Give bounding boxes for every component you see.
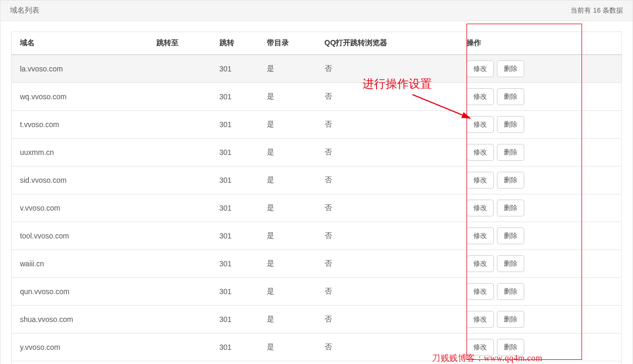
cell-action: 修改删除 bbox=[458, 306, 622, 334]
table-row: qun.vvoso.com301是否修改删除 bbox=[12, 278, 622, 306]
cell-with-dir: 是 bbox=[258, 306, 316, 334]
delete-button[interactable]: 删除 bbox=[497, 60, 524, 77]
record-count: 当前有 16 条数据 bbox=[570, 6, 623, 15]
table-row: v.vvoso.com301是否修改删除 bbox=[12, 194, 622, 222]
cell-qq-browser: 否 bbox=[316, 139, 458, 167]
edit-button[interactable]: 修改 bbox=[466, 172, 494, 189]
cell-redirect: 301 bbox=[211, 361, 258, 365]
cell-domain: waiii.cn bbox=[12, 250, 148, 278]
delete-button[interactable]: 删除 bbox=[497, 227, 524, 244]
edit-button[interactable]: 修改 bbox=[466, 116, 494, 133]
cell-redirect: 301 bbox=[211, 111, 258, 139]
cell-action: 修改删除 bbox=[458, 55, 622, 83]
cell-with-dir: 是 bbox=[258, 222, 316, 250]
col-header-action: 操作 bbox=[458, 32, 622, 55]
cell-action: 修改删除 bbox=[458, 139, 622, 167]
table-row: la.vvoso.com301是否修改删除 bbox=[12, 55, 622, 83]
table-row: btu.vvoso.com301是否修改删除 bbox=[12, 361, 622, 365]
cell-qq-browser: 否 bbox=[316, 167, 458, 194]
cell-domain: sid.vvoso.com bbox=[12, 167, 148, 194]
edit-button[interactable]: 修改 bbox=[466, 200, 494, 216]
edit-button[interactable]: 修改 bbox=[466, 144, 494, 161]
table-row: waiii.cn301是否修改删除 bbox=[12, 250, 622, 278]
cell-domain: qun.vvoso.com bbox=[12, 278, 148, 306]
cell-redirect: 301 bbox=[211, 167, 258, 194]
cell-qq-browser: 否 bbox=[316, 306, 458, 334]
cell-redirect: 301 bbox=[211, 306, 258, 334]
cell-redirect: 301 bbox=[211, 278, 258, 306]
table-row: uuxmm.cn301是否修改删除 bbox=[12, 139, 622, 167]
table-row: y.vvoso.com301是否修改删除 bbox=[12, 334, 622, 361]
edit-button[interactable]: 修改 bbox=[466, 339, 494, 356]
cell-qq-browser: 否 bbox=[316, 111, 458, 139]
edit-button[interactable]: 修改 bbox=[466, 60, 494, 77]
cell-redirect: 301 bbox=[211, 83, 258, 111]
cell-qq-browser: 否 bbox=[316, 222, 458, 250]
cell-domain: uuxmm.cn bbox=[12, 139, 148, 167]
cell-action: 修改删除 bbox=[458, 83, 622, 111]
cell-domain: y.vvoso.com bbox=[12, 334, 148, 361]
cell-redirect-to bbox=[148, 250, 211, 278]
delete-button[interactable]: 删除 bbox=[497, 255, 524, 272]
delete-button[interactable]: 删除 bbox=[497, 116, 524, 133]
cell-action: 修改删除 bbox=[458, 194, 622, 222]
cell-with-dir: 是 bbox=[258, 55, 316, 83]
cell-redirect: 301 bbox=[211, 194, 258, 222]
col-header-with-dir: 带目录 bbox=[258, 32, 316, 55]
edit-button[interactable]: 修改 bbox=[466, 311, 494, 328]
table-row: wq.vvoso.com301是否修改删除 bbox=[12, 83, 622, 111]
cell-with-dir: 是 bbox=[258, 250, 316, 278]
delete-button[interactable]: 删除 bbox=[497, 144, 524, 161]
cell-with-dir: 是 bbox=[258, 361, 316, 365]
cell-qq-browser: 否 bbox=[316, 361, 458, 365]
cell-action: 修改删除 bbox=[458, 334, 622, 361]
cell-with-dir: 是 bbox=[258, 167, 316, 194]
delete-button[interactable]: 删除 bbox=[497, 339, 524, 356]
table-row: shua.vvoso.com301是否修改删除 bbox=[12, 306, 622, 334]
cell-redirect-to bbox=[148, 361, 211, 365]
cell-qq-browser: 否 bbox=[316, 194, 458, 222]
cell-qq-browser: 否 bbox=[316, 278, 458, 306]
edit-button[interactable]: 修改 bbox=[466, 88, 494, 105]
cell-with-dir: 是 bbox=[258, 83, 316, 111]
cell-domain: v.vvoso.com bbox=[12, 194, 148, 222]
table-row: t.vvoso.com301是否修改删除 bbox=[12, 111, 622, 139]
cell-with-dir: 是 bbox=[258, 194, 316, 222]
cell-redirect: 301 bbox=[211, 222, 258, 250]
col-header-redirect-to: 跳转至 bbox=[148, 32, 211, 55]
col-header-redirect: 跳转 bbox=[211, 32, 258, 55]
cell-action: 修改删除 bbox=[458, 222, 622, 250]
col-header-domain: 域名 bbox=[12, 32, 148, 55]
cell-redirect-to bbox=[148, 194, 211, 222]
delete-button[interactable]: 删除 bbox=[497, 172, 524, 189]
cell-redirect-to bbox=[148, 222, 211, 250]
panel-header: 域名列表 当前有 16 条数据 bbox=[0, 0, 633, 21]
cell-redirect-to bbox=[148, 55, 211, 83]
edit-button[interactable]: 修改 bbox=[466, 283, 494, 300]
cell-redirect-to bbox=[148, 167, 211, 194]
cell-with-dir: 是 bbox=[258, 334, 316, 361]
cell-domain: wq.vvoso.com bbox=[12, 83, 148, 111]
delete-button[interactable]: 删除 bbox=[497, 311, 524, 328]
delete-button[interactable]: 删除 bbox=[497, 283, 524, 300]
delete-button[interactable]: 删除 bbox=[497, 200, 524, 216]
col-header-qq-browser: QQ打开跳转浏览器 bbox=[316, 32, 458, 55]
cell-with-dir: 是 bbox=[258, 278, 316, 306]
edit-button[interactable]: 修改 bbox=[466, 227, 494, 244]
cell-qq-browser: 否 bbox=[316, 334, 458, 361]
edit-button[interactable]: 修改 bbox=[466, 255, 494, 272]
cell-qq-browser: 否 bbox=[316, 55, 458, 83]
cell-redirect-to bbox=[148, 83, 211, 111]
cell-redirect-to bbox=[148, 278, 211, 306]
cell-domain: la.vvoso.com bbox=[12, 55, 148, 83]
cell-redirect: 301 bbox=[211, 250, 258, 278]
panel-title: 域名列表 bbox=[10, 6, 39, 15]
cell-with-dir: 是 bbox=[258, 139, 316, 167]
cell-action: 修改删除 bbox=[458, 111, 622, 139]
cell-action: 修改删除 bbox=[458, 250, 622, 278]
delete-button[interactable]: 删除 bbox=[497, 88, 524, 105]
cell-qq-browser: 否 bbox=[316, 83, 458, 111]
domain-table: 域名 跳转至 跳转 带目录 QQ打开跳转浏览器 操作 la.vvoso.com3… bbox=[11, 32, 622, 364]
cell-domain: tool.vvoso.com bbox=[12, 222, 148, 250]
cell-with-dir: 是 bbox=[258, 111, 316, 139]
